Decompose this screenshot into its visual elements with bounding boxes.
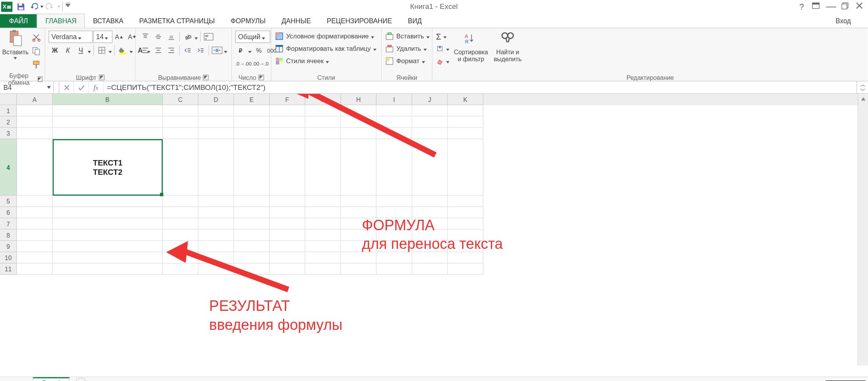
cell-J4[interactable] <box>412 139 448 196</box>
format-painter-button[interactable] <box>30 58 42 71</box>
number-format-combo[interactable]: Общий <box>235 31 270 43</box>
expand-formula-button[interactable] <box>856 81 868 93</box>
decrease-indent-button[interactable] <box>181 44 194 57</box>
cell-A10[interactable] <box>17 252 53 264</box>
scroll-up[interactable] <box>858 94 868 104</box>
cell-C5[interactable] <box>163 196 198 207</box>
cell-H11[interactable] <box>341 264 377 275</box>
merge-dropdown[interactable] <box>224 48 228 52</box>
cell-I2[interactable] <box>377 117 412 128</box>
cell-J2[interactable] <box>412 117 448 128</box>
insert-cells-button[interactable]: Вставить <box>385 31 430 42</box>
col-header-J[interactable]: J <box>412 94 448 105</box>
cell-D1[interactable] <box>198 105 234 116</box>
cell-F3[interactable] <box>270 128 305 139</box>
row-header-11[interactable]: 11 <box>0 264 17 275</box>
tab-home[interactable]: ГЛАВНАЯ <box>37 14 85 28</box>
increase-indent-button[interactable] <box>195 44 207 57</box>
col-header-F[interactable]: F <box>270 94 305 105</box>
fill-color-button[interactable] <box>117 44 129 57</box>
new-sheet-button[interactable]: + <box>75 378 86 381</box>
cell-A2[interactable] <box>17 117 53 128</box>
cell-G7[interactable] <box>305 218 341 229</box>
cell-H1[interactable] <box>341 105 377 116</box>
fx-button[interactable]: fx <box>89 81 103 93</box>
cell-G10[interactable] <box>305 252 341 264</box>
cell-D10[interactable] <box>198 252 234 264</box>
sheet-prev[interactable]: ◄ <box>0 377 14 381</box>
cell-K3[interactable] <box>448 128 484 139</box>
col-header-E[interactable]: E <box>234 94 270 105</box>
cell-C6[interactable] <box>163 207 198 218</box>
cell-F10[interactable] <box>270 252 305 264</box>
formula-input[interactable]: =СЦЕПИТЬ("ТЕКСТ1";СИМВОЛ(10);"ТЕКСТ2") <box>103 81 856 93</box>
copy-button[interactable] <box>30 45 42 57</box>
cell-E2[interactable] <box>234 117 270 128</box>
cell-C2[interactable] <box>163 117 198 128</box>
cancel-button[interactable] <box>59 81 74 93</box>
cell-C10[interactable] <box>163 252 198 264</box>
row-header-10[interactable]: 10 <box>0 252 17 264</box>
help-button[interactable]: ? <box>794 0 809 13</box>
cell-K1[interactable] <box>448 105 484 116</box>
cell-A9[interactable] <box>17 241 53 252</box>
cell-B1[interactable] <box>53 105 163 116</box>
col-header-K[interactable]: K <box>448 94 484 105</box>
ribbon-display-button[interactable] <box>809 0 824 13</box>
cell-E7[interactable] <box>234 218 270 229</box>
cell-D4[interactable] <box>198 139 234 196</box>
cell-H3[interactable] <box>341 128 377 139</box>
grow-font-button[interactable]: A▲ <box>113 31 126 43</box>
cell-F5[interactable] <box>270 196 305 207</box>
cell-H5[interactable] <box>341 196 377 207</box>
currency-button[interactable]: ₽ <box>235 44 248 57</box>
vertical-scrollbar[interactable] <box>858 94 868 365</box>
qat-customize[interactable] <box>64 0 76 13</box>
cell-C8[interactable] <box>163 229 198 241</box>
row-header-4[interactable]: 4 <box>0 139 17 196</box>
sheet-tab-active[interactable]: Лист1 <box>33 377 70 381</box>
cell-C3[interactable] <box>163 128 198 139</box>
cell-E6[interactable] <box>234 207 270 218</box>
cell-D5[interactable] <box>198 196 234 207</box>
undo-dropdown[interactable] <box>40 5 44 8</box>
cell-I1[interactable] <box>377 105 412 116</box>
cell-E11[interactable] <box>234 264 270 275</box>
col-header-C[interactable]: C <box>163 94 198 105</box>
dialog-launcher[interactable] <box>258 75 264 81</box>
borders-dropdown[interactable] <box>108 48 112 52</box>
row-header-3[interactable]: 3 <box>0 128 17 139</box>
name-box-dropdown[interactable] <box>44 82 53 93</box>
cell-F8[interactable] <box>270 229 305 241</box>
wrap-text-button[interactable]: abc <box>202 31 215 43</box>
currency-dropdown[interactable] <box>248 48 252 52</box>
cell-H10[interactable] <box>341 252 377 264</box>
cell-E1[interactable] <box>234 105 270 116</box>
cell-K10[interactable] <box>448 252 484 264</box>
row-header-7[interactable]: 7 <box>0 218 17 229</box>
cell-G5[interactable] <box>305 196 341 207</box>
enter-button[interactable] <box>74 81 89 93</box>
cell-styles-button[interactable]: Стили ячеек <box>275 55 378 67</box>
dialog-launcher[interactable] <box>38 76 42 82</box>
cell-A8[interactable] <box>17 229 53 241</box>
align-center-button[interactable] <box>152 44 164 57</box>
borders-button[interactable] <box>96 44 108 57</box>
font-size-combo[interactable]: 14 <box>93 31 113 43</box>
cell-I11[interactable] <box>377 264 412 275</box>
cell-D6[interactable] <box>198 207 234 218</box>
clear-button[interactable] <box>436 55 450 67</box>
col-header-I[interactable]: I <box>377 94 412 105</box>
percent-button[interactable]: % <box>253 44 265 57</box>
col-header-H[interactable]: H <box>341 94 377 105</box>
cell-B3[interactable] <box>53 128 163 139</box>
increase-decimals-button[interactable]: .0→.00 <box>235 58 251 70</box>
dialog-launcher[interactable] <box>99 75 105 81</box>
cell-G11[interactable] <box>305 264 341 275</box>
cell-A3[interactable] <box>17 128 53 139</box>
cell-F11[interactable] <box>270 264 305 275</box>
cell-D3[interactable] <box>198 128 234 139</box>
cell-H2[interactable] <box>341 117 377 128</box>
tab-data[interactable]: ДАННЫЕ <box>274 14 319 28</box>
cell-J3[interactable] <box>412 128 448 139</box>
